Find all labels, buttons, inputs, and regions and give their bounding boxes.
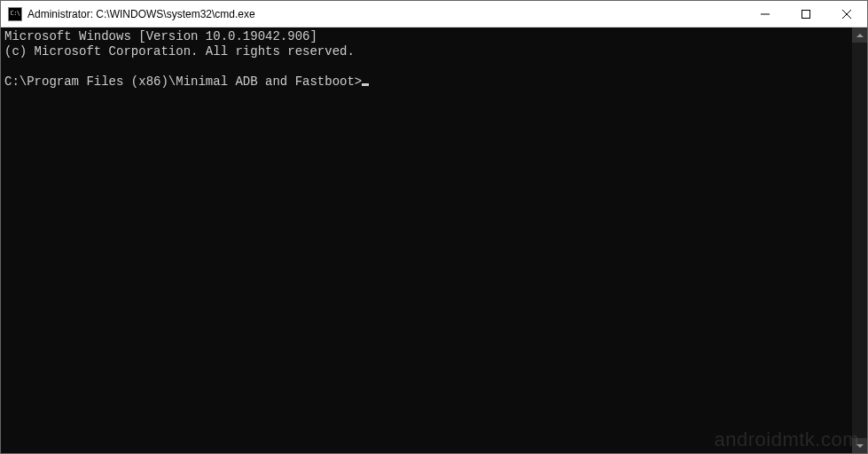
vertical-scrollbar[interactable] xyxy=(852,27,867,453)
minimize-icon xyxy=(761,10,770,19)
svg-marker-5 xyxy=(856,444,864,448)
scroll-up-button[interactable] xyxy=(852,27,867,43)
terminal-area: Microsoft Windows [Version 10.0.19042.90… xyxy=(1,27,867,453)
terminal-line: Microsoft Windows [Version 10.0.19042.90… xyxy=(4,29,317,43)
close-icon xyxy=(842,10,851,19)
maximize-icon xyxy=(802,10,810,19)
cmd-icon-glyph: C:\ xyxy=(10,11,20,17)
titlebar[interactable]: C:\ Administrator: C:\WINDOWS\system32\c… xyxy=(1,1,867,27)
terminal-line: (c) Microsoft Corporation. All rights re… xyxy=(4,44,355,59)
chevron-up-icon xyxy=(856,34,864,37)
cursor xyxy=(362,83,369,86)
window-title: Administrator: C:\WINDOWS\system32\cmd.e… xyxy=(27,8,745,20)
close-button[interactable] xyxy=(826,1,867,27)
scroll-down-button[interactable] xyxy=(852,438,867,453)
window-controls xyxy=(745,1,867,27)
svg-rect-1 xyxy=(802,10,810,18)
cmd-icon: C:\ xyxy=(8,7,22,21)
maximize-button[interactable] xyxy=(786,1,826,27)
chevron-down-icon xyxy=(856,444,864,448)
cmd-window: C:\ Administrator: C:\WINDOWS\system32\c… xyxy=(0,0,868,454)
svg-marker-4 xyxy=(856,34,864,37)
minimize-button[interactable] xyxy=(745,1,786,27)
terminal-output[interactable]: Microsoft Windows [Version 10.0.19042.90… xyxy=(1,27,852,453)
scroll-track[interactable] xyxy=(852,43,867,438)
terminal-prompt: C:\Program Files (x86)\Minimal ADB and F… xyxy=(4,74,362,89)
